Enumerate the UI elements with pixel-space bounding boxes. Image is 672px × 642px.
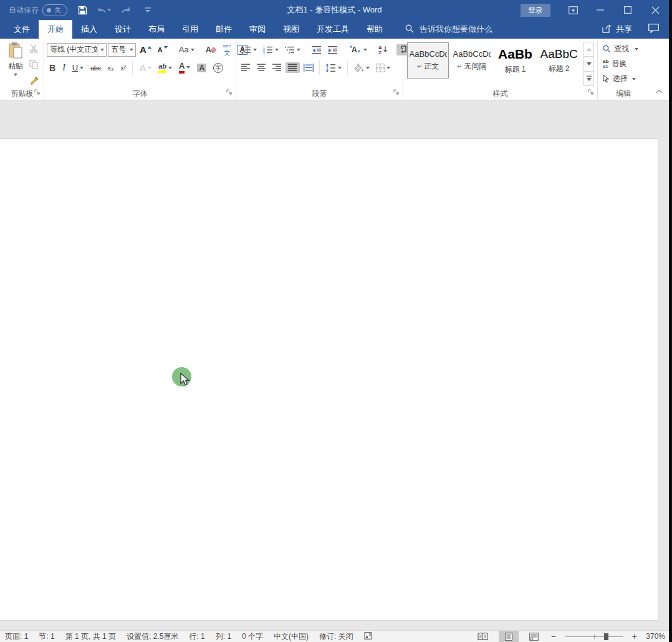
- paste-button[interactable]: 粘贴: [3, 41, 28, 88]
- ribbon-display-options-icon[interactable]: [559, 0, 587, 20]
- bullets-button[interactable]: [239, 44, 259, 55]
- clear-formatting-button[interactable]: A: [203, 44, 219, 56]
- paragraph-shading-button[interactable]: [351, 62, 372, 74]
- style-heading2[interactable]: AaBbCc 标题 2: [538, 42, 580, 79]
- font-name-arrow-icon[interactable]: [97, 44, 106, 56]
- numbering-button[interactable]: 123: [261, 44, 281, 55]
- style-normal[interactable]: AaBbCcDd ↵正文: [407, 42, 449, 79]
- status-page-number[interactable]: 页面: 1: [5, 631, 28, 642]
- tab-view[interactable]: 视图: [274, 20, 308, 39]
- status-vertical-position[interactable]: 设置值: 2.5厘米: [127, 631, 178, 642]
- status-language[interactable]: 中文(中国): [274, 631, 309, 642]
- print-layout-icon[interactable]: [499, 631, 519, 642]
- line-spacing-button[interactable]: [323, 62, 344, 74]
- shrink-font-button[interactable]: A: [155, 45, 170, 55]
- zoom-slider[interactable]: [565, 636, 623, 637]
- signin-button[interactable]: 登录: [521, 4, 550, 17]
- status-column[interactable]: 列: 1: [216, 631, 231, 642]
- zoom-level[interactable]: 370%: [644, 632, 665, 641]
- copy-icon[interactable]: [29, 60, 39, 72]
- paragraph-dialog-launcher-icon[interactable]: [393, 89, 400, 97]
- minimize-icon[interactable]: [587, 0, 614, 20]
- status-section[interactable]: 节: 1: [39, 631, 54, 642]
- share-button[interactable]: 共享: [602, 24, 632, 35]
- cut-icon[interactable]: [29, 44, 39, 55]
- status-track-changes[interactable]: 修订: 关闭: [319, 631, 353, 642]
- web-layout-icon[interactable]: [524, 631, 544, 642]
- font-size-arrow-icon[interactable]: [127, 44, 135, 56]
- italic-button[interactable]: I: [60, 62, 68, 74]
- align-center-button[interactable]: [254, 62, 269, 73]
- increase-indent-button[interactable]: [325, 44, 340, 55]
- autosave-toggle[interactable]: 自动保存 关: [9, 4, 67, 16]
- text-highlight-button[interactable]: ab: [156, 61, 175, 74]
- status-word-count[interactable]: 0 个字: [242, 631, 263, 642]
- save-icon[interactable]: [75, 2, 89, 17]
- align-left-button[interactable]: [239, 62, 253, 73]
- font-dialog-launcher-icon[interactable]: [226, 89, 233, 97]
- status-line-number[interactable]: 行: 1: [189, 631, 204, 642]
- font-size-combo[interactable]: 五号: [108, 43, 136, 57]
- enclose-characters-button[interactable]: 字: [211, 62, 226, 74]
- font-name-combo[interactable]: 等线 (中文正文): [47, 43, 107, 57]
- distribute-button[interactable]: [301, 62, 316, 73]
- multilevel-list-button[interactable]: [282, 44, 303, 55]
- tab-file[interactable]: 文件: [5, 20, 39, 39]
- change-case-button[interactable]: Aa: [176, 44, 197, 55]
- style-heading1[interactable]: AaBb 标题 1: [494, 42, 536, 79]
- tell-me-search[interactable]: 告诉我你想要做什么: [405, 20, 492, 39]
- strikethrough-button[interactable]: abc: [88, 63, 103, 73]
- tab-insert[interactable]: 插入: [72, 20, 106, 39]
- redo-icon[interactable]: [119, 2, 133, 17]
- tab-home[interactable]: 开始: [39, 20, 72, 39]
- sort-button[interactable]: AZ: [376, 44, 390, 55]
- style-name: 无间隔: [464, 61, 486, 72]
- styles-more-icon[interactable]: [583, 71, 594, 86]
- font-color-button[interactable]: A: [176, 60, 193, 74]
- bold-button[interactable]: B: [47, 62, 58, 74]
- macro-record-icon[interactable]: [364, 632, 372, 641]
- maximize-icon[interactable]: [614, 0, 641, 20]
- undo-icon[interactable]: [97, 2, 111, 17]
- tab-design[interactable]: 设计: [106, 20, 140, 39]
- decrease-indent-button[interactable]: [309, 44, 324, 55]
- tab-help[interactable]: 帮助: [358, 20, 391, 39]
- align-right-button[interactable]: [270, 62, 284, 73]
- borders-icon: [376, 64, 385, 72]
- select-button[interactable]: 选择: [600, 72, 647, 85]
- tab-review[interactable]: 审阅: [241, 20, 274, 39]
- autosave-switch[interactable]: 关: [42, 4, 67, 16]
- text-effects-button[interactable]: A: [137, 61, 154, 74]
- close-icon[interactable]: [641, 0, 669, 20]
- find-button[interactable]: 查找: [600, 42, 647, 55]
- collapse-ribbon-icon[interactable]: [656, 85, 663, 96]
- format-painter-icon[interactable]: [29, 76, 39, 87]
- style-no-spacing[interactable]: AaBbCcDd ↵无间隔: [451, 42, 492, 79]
- subscript-button[interactable]: x₂: [105, 63, 116, 73]
- phonetic-guide-button[interactable]: wén 文: [221, 42, 234, 57]
- styles-dialog-launcher-icon[interactable]: [588, 89, 594, 97]
- clipboard-dialog-launcher-icon[interactable]: [34, 89, 41, 97]
- tab-mailings[interactable]: 邮件: [207, 20, 241, 39]
- replace-button[interactable]: ab ac 替换: [600, 57, 647, 70]
- read-mode-icon[interactable]: [472, 631, 494, 642]
- document-page[interactable]: [0, 138, 658, 621]
- tab-developer[interactable]: 开发工具: [308, 20, 358, 39]
- tab-references[interactable]: 引用: [173, 20, 207, 39]
- zoom-out-button[interactable]: −: [549, 631, 558, 641]
- comment-icon[interactable]: [648, 24, 659, 35]
- superscript-button[interactable]: x²: [118, 63, 128, 73]
- customize-qat-icon[interactable]: [141, 2, 155, 17]
- zoom-in-button[interactable]: +: [630, 631, 639, 641]
- character-shading-button[interactable]: A: [194, 62, 209, 74]
- tab-layout[interactable]: 布局: [140, 20, 173, 39]
- asian-layout-button[interactable]: A: [347, 44, 370, 55]
- borders-button[interactable]: [373, 62, 393, 74]
- status-page-count[interactable]: 第 1 页, 共 1 页: [65, 631, 116, 642]
- grow-font-button[interactable]: A: [137, 43, 154, 56]
- underline-button[interactable]: U: [70, 62, 86, 74]
- styles-scroll-down-icon[interactable]: [583, 56, 594, 71]
- justify-button[interactable]: [286, 62, 300, 73]
- zoom-slider-handle[interactable]: [604, 633, 608, 640]
- styles-scroll-up-icon[interactable]: [583, 42, 594, 57]
